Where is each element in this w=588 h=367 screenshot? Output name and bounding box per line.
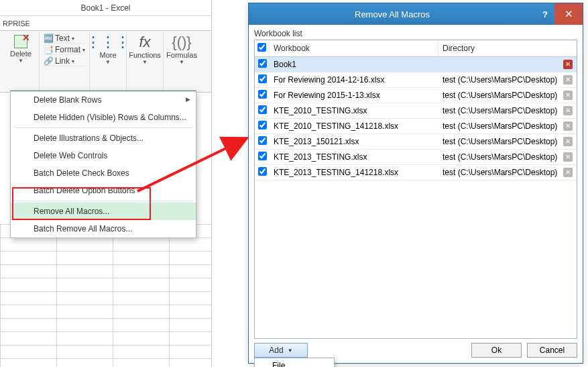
row-directory: test (C:\Users\MarsPC\Desktop) — [443, 121, 561, 131]
cancel-button[interactable]: Cancel — [527, 343, 577, 358]
menu-batch-delete-checkboxes[interactable]: Batch Delete Check Boxes — [11, 164, 196, 182]
link-icon: 🔗 — [44, 56, 53, 66]
add-button[interactable]: Add ▼ — [254, 343, 308, 358]
row-directory: test (C:\Users\MarsPC\Desktop) — [443, 91, 561, 100]
link-menu[interactable]: 🔗 Link ▾ — [44, 56, 85, 66]
table-row[interactable]: KTE_2010_TESTING_141218.xlsxtest (C:\Use… — [255, 119, 577, 134]
chevron-down-icon: ▾ — [72, 58, 74, 64]
remove-row-button[interactable]: ✕ — [563, 152, 573, 162]
table-row[interactable]: For Reviewing 2014-12-16.xlsxtest (C:\Us… — [255, 72, 577, 88]
remove-row-button[interactable]: ✕ — [563, 60, 573, 69]
workbook-list: Workbook Directory Book1✕For Reviewing 2… — [254, 40, 577, 339]
ribbon-tab[interactable]: RPRISE — [0, 16, 211, 31]
col-workbook[interactable]: Workbook — [270, 41, 438, 56]
chevron-down-icon: ▼ — [105, 59, 111, 65]
row-checkbox[interactable] — [258, 74, 267, 83]
menu-delete-hidden-rows-cols[interactable]: Delete Hidden (Visible) Rows & Columns..… — [11, 109, 196, 126]
remove-row-button[interactable]: ✕ — [563, 168, 573, 177]
workbook-list-label: Workbook list — [254, 29, 577, 38]
row-checkbox[interactable] — [258, 136, 267, 145]
row-workbook: For Reviewing 2014-12-16.xlsx — [270, 73, 438, 87]
formulas-label: Formulas — [166, 51, 197, 59]
braces-icon: {()} — [172, 34, 191, 51]
row-checkbox[interactable] — [258, 167, 267, 176]
table-row[interactable]: KTE_2010_TESTING.xlsxtest (C:\Users\Mars… — [255, 103, 577, 119]
table-row[interactable]: KTE_2013_150121.xlsxtest (C:\Users\MarsP… — [255, 134, 577, 150]
row-checkbox[interactable] — [258, 90, 267, 99]
ok-button[interactable]: Ok — [471, 343, 522, 358]
select-all-checkbox[interactable] — [257, 43, 266, 52]
chevron-down-icon: ▼ — [18, 58, 23, 64]
remove-row-button[interactable]: ✕ — [563, 121, 573, 131]
more-button[interactable]: ⋮⋮⋮ More ▼ — [94, 34, 122, 65]
more-label: More — [99, 51, 116, 59]
excel-window: Book1 - Excel RPRISE Delete ▼ 🔤 Text ▾ 📑… — [0, 0, 212, 367]
row-workbook: Book1 — [270, 58, 438, 71]
row-workbook: KTE_2010_TESTING_141218.xlsx — [270, 119, 438, 133]
col-directory[interactable]: Directory — [438, 41, 577, 56]
chevron-down-icon: ▼ — [288, 348, 293, 354]
row-directory: test (C:\Users\MarsPC\Desktop) — [443, 168, 561, 177]
chevron-down-icon: ▼ — [142, 59, 148, 65]
menu-batch-remove-all-macros[interactable]: Batch Remove All Macros... — [11, 220, 196, 238]
remove-row-button[interactable]: ✕ — [563, 106, 573, 115]
row-checkbox[interactable] — [258, 121, 267, 129]
help-button[interactable]: ? — [536, 9, 554, 19]
table-row[interactable]: KTE_2013_TESTING_141218.xlsxtest (C:\Use… — [255, 165, 577, 180]
menu-delete-web-controls[interactable]: Delete Web Controls — [11, 147, 196, 164]
text-icon: 🔤 — [44, 34, 53, 43]
row-workbook: KTE_2010_TESTING.xlsx — [270, 104, 438, 117]
add-menu: File... Folder... — [254, 358, 335, 367]
row-workbook: For Reviewing 2015-1-13.xlsx — [270, 89, 438, 102]
submenu-arrow-icon: ▶ — [186, 96, 190, 103]
text-label: Text — [55, 34, 70, 43]
remove-row-button[interactable]: ✕ — [563, 91, 573, 100]
delete-icon — [13, 34, 29, 50]
add-label: Add — [269, 346, 283, 355]
functions-label: Functions — [129, 51, 161, 59]
remove-all-macros-dialog: Remove All Macros ? ✕ Workbook list Work… — [248, 3, 583, 364]
format-menu[interactable]: 📑 Format ▾ — [44, 45, 85, 55]
format-icon: 📑 — [44, 45, 53, 54]
close-button[interactable]: ✕ — [554, 3, 583, 25]
delete-menu: Delete Blank Rows ▶ Delete Hidden (Visib… — [10, 91, 196, 238]
menu-delete-illustrations[interactable]: Delete Illustrations & Objects... — [11, 129, 196, 147]
format-label: Format — [55, 45, 80, 54]
table-row[interactable]: Book1✕ — [255, 57, 577, 72]
menu-delete-blank-rows[interactable]: Delete Blank Rows ▶ — [11, 91, 196, 109]
text-menu[interactable]: 🔤 Text ▾ — [44, 34, 85, 44]
menu-separator — [13, 127, 193, 128]
window-title: Book1 - Excel — [0, 0, 211, 16]
menu-separator — [13, 201, 193, 201]
row-workbook: KTE_2013_TESTING.xlsx — [270, 150, 438, 164]
functions-button[interactable]: fx Functions ▼ — [131, 34, 159, 65]
formulas-button[interactable]: {()} Formulas ▼ — [168, 34, 196, 65]
remove-row-button[interactable]: ✕ — [563, 75, 573, 85]
row-workbook: KTE_2013_150121.xlsx — [270, 135, 438, 148]
row-directory: test (C:\Users\MarsPC\Desktop) — [443, 106, 561, 115]
row-checkbox[interactable] — [258, 105, 267, 114]
add-menu-file[interactable]: File... — [255, 358, 334, 367]
menu-batch-delete-option-buttons[interactable]: Batch Delete Option Buttons — [11, 182, 196, 199]
remove-row-button[interactable]: ✕ — [563, 137, 573, 146]
link-label: Link — [55, 56, 70, 66]
ribbon: Delete ▼ 🔤 Text ▾ 📑 Format ▾ 🔗 Link — [0, 31, 211, 93]
menu-item-label: Delete Blank Rows — [34, 95, 101, 105]
table-row[interactable]: KTE_2013_TESTING.xlsxtest (C:\Users\Mars… — [255, 150, 577, 165]
table-row[interactable]: For Reviewing 2015-1-13.xlsxtest (C:\Use… — [255, 88, 577, 103]
menu-remove-all-macros[interactable]: Remove All Macros... — [11, 203, 196, 220]
row-workbook: KTE_2013_TESTING_141218.xlsx — [270, 166, 438, 179]
delete-label: Delete — [10, 50, 32, 58]
row-directory: test (C:\Users\MarsPC\Desktop) — [443, 75, 561, 85]
more-icon: ⋮⋮⋮ — [86, 34, 130, 51]
delete-button[interactable]: Delete ▼ — [7, 34, 35, 64]
fx-icon: fx — [139, 34, 150, 51]
dialog-titlebar: Remove All Macros ? ✕ — [249, 3, 583, 25]
row-checkbox[interactable] — [258, 152, 267, 160]
worksheet-grid[interactable] — [0, 224, 211, 367]
dialog-title: Remove All Macros — [249, 9, 536, 19]
row-directory: test (C:\Users\MarsPC\Desktop) — [443, 137, 561, 146]
chevron-down-icon: ▾ — [82, 47, 85, 53]
chevron-down-icon: ▾ — [72, 36, 74, 42]
row-checkbox[interactable] — [258, 59, 267, 68]
